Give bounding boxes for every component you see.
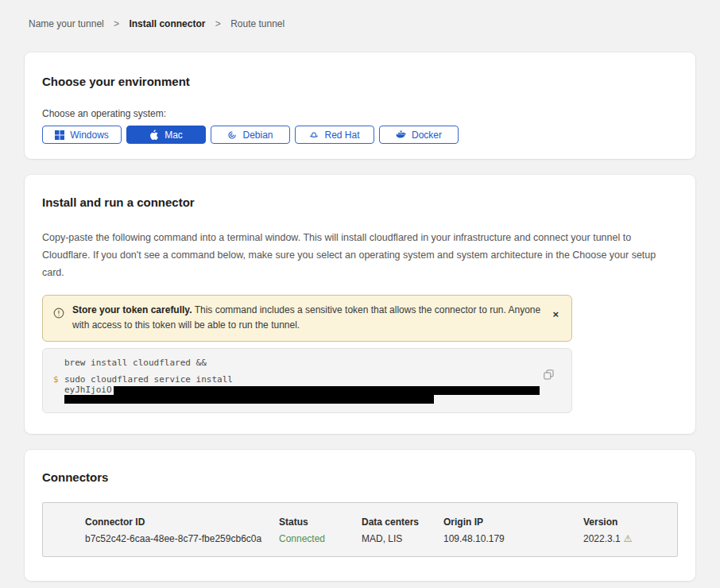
column-header-connector-id: Connector ID xyxy=(85,516,279,528)
os-button-docker[interactable]: Docker xyxy=(379,126,459,144)
redacted-token-bar xyxy=(114,386,540,395)
connectors-card: Connectors Connector ID Status Data cent… xyxy=(25,450,695,581)
redhat-icon xyxy=(309,130,319,140)
os-button-windows[interactable]: Windows xyxy=(42,126,122,144)
copy-icon[interactable] xyxy=(544,369,554,382)
debian-icon xyxy=(227,130,237,140)
os-button-mac[interactable]: Mac xyxy=(126,126,206,144)
apple-icon xyxy=(149,130,159,141)
os-button-label: Red Hat xyxy=(324,130,359,141)
connectors-table: Connector ID Status Data centers Origin … xyxy=(42,502,678,557)
os-button-label: Mac xyxy=(165,130,183,141)
token-prefix-text: eyJhIjoiO xyxy=(64,385,112,395)
os-button-redhat[interactable]: Red Hat xyxy=(295,126,374,144)
breadcrumb-separator: > xyxy=(215,18,221,29)
shell-prompt: $ xyxy=(53,373,59,385)
code-line-token: eyJhIjoiO xyxy=(64,385,540,395)
docker-icon xyxy=(396,130,406,139)
breadcrumb: Name your tunnel > Install connector > R… xyxy=(25,18,695,29)
connectors-table-header: Connector ID Status Data centers Origin … xyxy=(85,516,677,528)
breadcrumb-item-install-connector[interactable]: Install connector xyxy=(129,18,205,29)
code-line-service-install: $sudo cloudflared service install xyxy=(64,373,540,385)
os-button-group: Windows Mac Debian Red Hat xyxy=(42,126,678,144)
table-row: b7c52c42-6caa-48ee-8c77-fbe259cb6c0a Con… xyxy=(85,533,677,544)
connector-id-value: b7c52c42-6caa-48ee-8c77-fbe259cb6c0a xyxy=(85,533,279,544)
token-warning-text: Store your token carefully. This command… xyxy=(72,303,541,335)
os-button-label: Docker xyxy=(412,130,442,141)
breadcrumb-separator: > xyxy=(114,18,119,29)
install-card-title: Install and run a connector xyxy=(42,195,678,209)
code-line-brew-install: brew install cloudflared && xyxy=(64,357,540,369)
os-button-label: Debian xyxy=(242,130,273,141)
column-header-version: Version xyxy=(583,516,677,528)
os-button-debian[interactable]: Debian xyxy=(211,126,290,144)
column-header-status: Status xyxy=(279,516,362,528)
column-header-data-centers: Data centers xyxy=(362,516,443,528)
code-command-text: sudo cloudflared service install xyxy=(64,374,233,385)
environment-card: Choose your environment Choose an operat… xyxy=(25,52,695,159)
origin-ip-value: 109.48.10.179 xyxy=(443,533,583,544)
warning-triangle-icon: ⚠ xyxy=(624,533,633,544)
environment-card-title: Choose your environment xyxy=(42,75,678,88)
redacted-token-bar xyxy=(64,395,434,404)
breadcrumb-item-route-tunnel[interactable]: Route tunnel xyxy=(230,18,285,29)
os-select-label: Choose an operating system: xyxy=(42,108,678,119)
version-value: 2022.3.1⚠ xyxy=(583,533,677,544)
column-header-origin-ip: Origin IP xyxy=(443,516,583,528)
code-line-token-continued xyxy=(64,395,540,404)
command-code-block: brew install cloudflared && $sudo cloudf… xyxy=(42,348,572,413)
connectors-card-title: Connectors xyxy=(42,470,678,484)
windows-icon xyxy=(55,130,64,140)
info-circle-icon xyxy=(53,308,64,322)
os-button-label: Windows xyxy=(70,130,109,141)
data-centers-value: MAD, LIS xyxy=(362,533,443,544)
install-description: Copy-paste the following command into a … xyxy=(42,230,676,282)
close-icon[interactable]: × xyxy=(552,309,559,319)
page: Name your tunnel > Install connector > R… xyxy=(0,0,720,588)
install-connector-card: Install and run a connector Copy-paste t… xyxy=(25,175,695,434)
breadcrumb-item-name-your-tunnel[interactable]: Name your tunnel xyxy=(29,18,104,29)
status-badge: Connected xyxy=(279,533,362,544)
version-number: 2022.3.1 xyxy=(583,533,621,544)
token-warning-banner: Store your token carefully. This command… xyxy=(42,295,572,342)
token-warning-title: Store your token carefully. xyxy=(72,304,192,315)
